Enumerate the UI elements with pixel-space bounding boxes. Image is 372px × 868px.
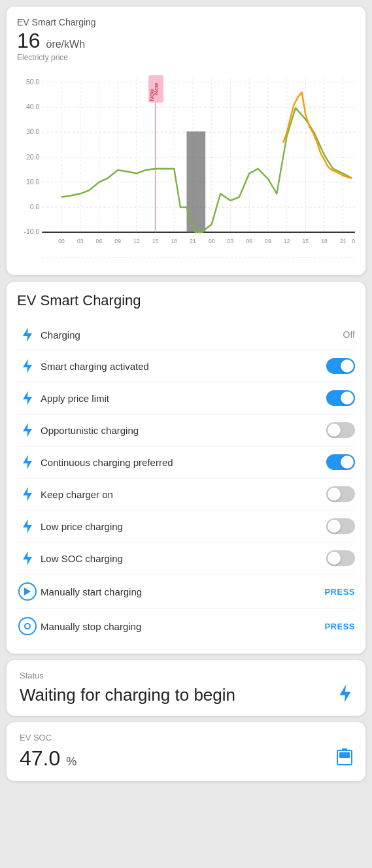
apply-price-bolt-icon (17, 391, 38, 405)
continuous-charging-row: Continuous charging preferred (17, 446, 355, 478)
smart-charging-label: Smart charging activated (38, 361, 326, 372)
stop-icon (17, 617, 38, 635)
svg-text:40.0: 40.0 (26, 103, 39, 110)
svg-text:03: 03 (228, 238, 234, 244)
smart-charging-toggle[interactable] (326, 358, 355, 374)
opportunistic-label: Opportunistic charging (38, 425, 326, 436)
apply-price-limit-row: Apply price limit (17, 382, 355, 414)
continuous-bolt-icon (17, 455, 38, 469)
play-icon (17, 582, 38, 601)
svg-marker-58 (23, 487, 32, 501)
smart-charging-row: Smart charging activated (17, 350, 355, 382)
continuous-label: Continuous charging preferred (38, 457, 326, 468)
svg-text:06: 06 (96, 238, 103, 244)
chart-price: 16 öre/kWh (17, 29, 355, 53)
svg-text:00: 00 (58, 238, 65, 244)
status-label: Status (20, 671, 352, 680)
charging-value: Off (343, 329, 355, 340)
continuous-toggle[interactable] (326, 454, 355, 470)
svg-text:18: 18 (171, 238, 178, 244)
chart-subtitle: Electricty price (17, 53, 355, 62)
keep-charger-label: Keep charger on (38, 489, 326, 500)
svg-text:00: 00 (209, 238, 215, 244)
svg-marker-61 (24, 588, 31, 595)
svg-text:09: 09 (114, 238, 121, 244)
charging-row: Charging Off (17, 320, 355, 350)
svg-text:12: 12 (284, 238, 290, 244)
apply-price-toggle[interactable] (326, 390, 355, 406)
soc-label: EV SOC (20, 733, 352, 743)
svg-rect-65 (339, 752, 350, 758)
svg-text:10.0: 10.0 (26, 178, 39, 186)
svg-text:12: 12 (133, 238, 140, 244)
svg-text:21: 21 (190, 238, 196, 244)
svg-text:30.0: 30.0 (26, 127, 39, 135)
manually-start-row: Manually start charging PRESS (17, 575, 355, 609)
charging-bolt-icon (17, 327, 38, 342)
low-soc-toggle[interactable] (326, 550, 355, 566)
manually-stop-row: Manually stop charging PRESS (17, 609, 355, 643)
svg-text:09: 09 (265, 238, 271, 244)
svg-text:00: 00 (352, 238, 355, 244)
svg-text:20.0: 20.0 (26, 152, 39, 160)
manually-stop-press-button[interactable]: PRESS (324, 622, 355, 631)
status-card: Status Waiting for charging to begin (7, 660, 365, 716)
low-soc-label: Low SOC charging (38, 553, 326, 564)
smart-charging-bolt-icon (17, 359, 38, 373)
settings-title: EV Smart Charging (17, 292, 355, 309)
low-soc-row: Low SOC charging (17, 542, 355, 575)
low-price-label: Low price charging (38, 521, 326, 532)
svg-marker-59 (23, 519, 32, 533)
manually-start-press-button[interactable]: PRESS (324, 587, 355, 597)
apply-price-label: Apply price limit (38, 393, 326, 404)
chart-title: EV Smart Charging (17, 17, 355, 27)
svg-text:21: 21 (340, 238, 347, 244)
low-price-row: Low price charging (17, 510, 355, 542)
svg-text:Now: Now (148, 88, 155, 101)
chart-card: EV Smart Charging 16 öre/kWh Electricty … (7, 7, 365, 275)
svg-text:15: 15 (303, 238, 309, 244)
battery-icon (337, 748, 352, 769)
keep-charger-row: Keep charger on (17, 478, 355, 510)
svg-marker-56 (23, 423, 32, 437)
opportunistic-charging-row: Opportunistic charging (17, 414, 355, 446)
svg-text:03: 03 (77, 238, 84, 244)
opportunistic-bolt-icon (17, 423, 38, 437)
keep-charger-toggle[interactable] (326, 486, 355, 502)
manually-stop-label: Manually stop charging (38, 621, 324, 632)
svg-marker-55 (23, 391, 32, 405)
soc-card: EV SOC 47.0 % (7, 722, 365, 781)
svg-text:50.0: 50.0 (26, 77, 39, 85)
keep-charger-bolt-icon (17, 487, 38, 501)
soc-unit: % (66, 755, 76, 768)
svg-marker-57 (23, 455, 32, 469)
svg-text:15: 15 (152, 238, 159, 244)
opportunistic-toggle[interactable] (326, 422, 355, 438)
settings-card: EV Smart Charging Charging Off Smart cha… (7, 282, 365, 654)
chart-area: 50.0 40.0 30.0 20.0 10.0 0.0 -10.0 (17, 69, 355, 265)
svg-text:18: 18 (321, 238, 328, 244)
soc-row: 47.0 % (20, 746, 352, 771)
svg-text:06: 06 (246, 238, 252, 244)
low-price-bolt-icon (17, 519, 38, 533)
charging-label: Charging (38, 329, 343, 341)
low-soc-bolt-icon (17, 551, 38, 565)
soc-value: 47.0 % (20, 746, 76, 771)
svg-marker-62 (339, 685, 350, 703)
status-text: Waiting for charging to begin (20, 685, 235, 705)
svg-text:0.0: 0.0 (30, 203, 40, 210)
svg-marker-53 (23, 327, 32, 342)
status-row: Waiting for charging to begin (20, 684, 352, 705)
svg-marker-54 (23, 359, 32, 373)
svg-marker-60 (23, 551, 32, 565)
low-price-toggle[interactable] (326, 518, 355, 534)
manually-start-label: Manually start charging (38, 586, 324, 597)
svg-text:-10.0: -10.0 (24, 227, 39, 235)
status-bolt-icon (338, 684, 352, 705)
chart-svg: 50.0 40.0 30.0 20.0 10.0 0.0 -10.0 (17, 69, 355, 265)
